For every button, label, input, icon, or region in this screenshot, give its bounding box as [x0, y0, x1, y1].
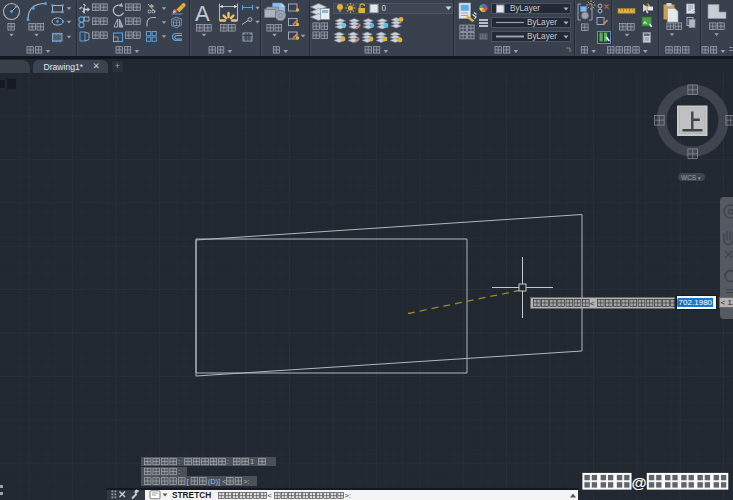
svg-text:<: < — [267, 491, 272, 500]
svg-text:(D)] <: (D)] < — [208, 477, 228, 486]
svg-text:>:: >: — [344, 491, 351, 500]
svg-text:@: @ — [632, 474, 647, 491]
svg-text:<: < — [590, 299, 595, 308]
svg-text:1: 1 — [250, 457, 254, 466]
svg-text:ByLayer: ByLayer — [510, 4, 540, 13]
svg-text::: : — [178, 467, 180, 476]
svg-text:STRETCH: STRETCH — [172, 490, 211, 500]
svg-text:ByLayer: ByLayer — [527, 18, 557, 27]
svg-text:702.1980: 702.1980 — [679, 298, 713, 307]
svg-text:A: A — [195, 1, 210, 26]
svg-text::: : — [178, 457, 180, 466]
svg-text:< 12: < 12 — [721, 298, 733, 307]
svg-text:ByLayer: ByLayer — [527, 32, 557, 41]
svg-text:0: 0 — [382, 4, 387, 13]
svg-text::: : — [227, 457, 229, 466]
svg-text:>:: >: — [243, 477, 249, 486]
svg-text:[: [ — [187, 477, 190, 486]
